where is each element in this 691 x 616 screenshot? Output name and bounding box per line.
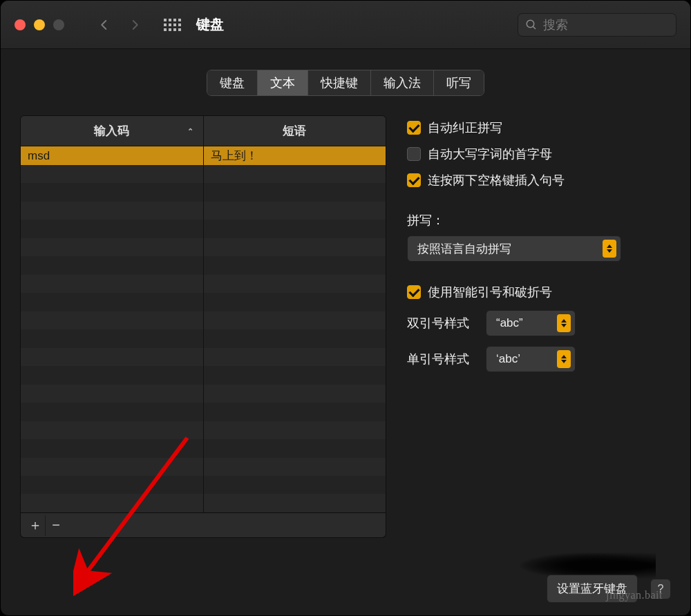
content-area: 输入码 ⌃ 短语 msd马上到！ ＋ − xyxy=(20,115,671,538)
table-footer: ＋ − xyxy=(20,513,386,538)
column-header-phrase[interactable]: 短语 xyxy=(203,116,386,146)
titlebar: 键盘 搜索 xyxy=(1,1,690,49)
text-replacement-panel: 输入码 ⌃ 短语 msd马上到！ ＋ − xyxy=(20,115,386,538)
replacement-table: 输入码 ⌃ 短语 msd马上到！ xyxy=(20,115,386,513)
table-row-empty[interactable] xyxy=(21,256,386,274)
double-quote-label: 双引号样式 xyxy=(407,315,476,331)
table-row-empty[interactable] xyxy=(21,476,386,494)
tab-bar: 键盘文本快捷键输入法听写 xyxy=(20,70,671,96)
table-row-empty[interactable] xyxy=(21,329,386,347)
checkbox-icon xyxy=(407,173,421,187)
double-quote-row: 双引号样式 “abc” xyxy=(407,310,671,336)
table-row-empty[interactable] xyxy=(21,238,386,256)
tab-keyboard[interactable]: 键盘 xyxy=(207,70,258,95)
search-field[interactable]: 搜索 xyxy=(518,13,676,37)
table-header: 输入码 ⌃ 短语 xyxy=(21,116,386,146)
watermark-text: jingyan.bait xyxy=(606,589,663,601)
table-row[interactable]: msd马上到！ xyxy=(21,146,386,165)
select-arrows-icon xyxy=(603,240,616,258)
close-window-button[interactable] xyxy=(15,19,26,30)
search-icon xyxy=(525,19,538,31)
add-replacement-button[interactable]: ＋ xyxy=(25,515,46,536)
table-row-empty[interactable] xyxy=(21,275,386,293)
table-row-empty[interactable] xyxy=(21,311,386,329)
table-row-empty[interactable] xyxy=(21,220,386,238)
table-row-empty[interactable] xyxy=(21,348,386,366)
table-row-empty[interactable] xyxy=(21,202,386,220)
table-row-empty[interactable] xyxy=(21,366,386,384)
spelling-select[interactable]: 按照语言自动拼写 xyxy=(407,235,621,262)
svg-line-1 xyxy=(533,26,536,29)
double-space-period-checkbox[interactable]: 连按两下空格键插入句号 xyxy=(407,172,671,189)
tab-input[interactable]: 输入法 xyxy=(371,70,434,95)
table-row-empty[interactable] xyxy=(21,385,386,403)
smart-quotes-checkbox[interactable]: 使用智能引号和破折号 xyxy=(407,284,671,300)
tab-shortcuts[interactable]: 快捷键 xyxy=(308,70,371,95)
double-quote-select[interactable]: “abc” xyxy=(486,310,576,336)
single-quote-select[interactable]: ‘abc’ xyxy=(486,346,576,372)
nav-buttons xyxy=(96,17,143,33)
minimize-window-button[interactable] xyxy=(34,19,45,30)
cell-code: msd xyxy=(21,146,203,165)
window-title: 键盘 xyxy=(196,15,224,34)
auto-capitalize-checkbox[interactable]: 自动大写字词的首字母 xyxy=(407,146,671,162)
forward-button[interactable] xyxy=(126,17,143,33)
preferences-window: 键盘 搜索 键盘文本快捷键输入法听写 输入码 ⌃ 短 xyxy=(0,0,691,616)
zoom-window-button[interactable] xyxy=(53,19,64,30)
tab-text[interactable]: 文本 xyxy=(258,70,308,95)
single-quote-row: 单引号样式 ‘abc’ xyxy=(407,346,671,372)
traffic-lights xyxy=(15,19,64,30)
spelling-label: 拼写： xyxy=(407,212,671,229)
checkbox-icon xyxy=(407,285,421,299)
svg-point-0 xyxy=(527,20,534,28)
table-row-empty[interactable] xyxy=(21,439,386,457)
table-body[interactable]: msd马上到！ xyxy=(21,146,386,512)
table-row-empty[interactable] xyxy=(21,183,386,201)
window-body: 键盘文本快捷键输入法听写 输入码 ⌃ 短语 msd马上到！ xyxy=(1,49,690,615)
tab-dictation[interactable]: 听写 xyxy=(434,70,484,95)
table-row-empty[interactable] xyxy=(21,403,386,421)
select-arrows-icon xyxy=(557,314,571,332)
search-placeholder: 搜索 xyxy=(543,17,568,33)
table-row-empty[interactable] xyxy=(21,293,386,311)
single-quote-label: 单引号样式 xyxy=(407,351,476,367)
sort-caret-icon: ⌃ xyxy=(187,126,193,135)
column-header-code[interactable]: 输入码 ⌃ xyxy=(21,116,203,146)
cell-phrase: 马上到！ xyxy=(203,146,386,165)
auto-correct-checkbox[interactable]: 自动纠正拼写 xyxy=(407,119,671,136)
remove-replacement-button[interactable]: − xyxy=(46,515,66,536)
table-row-empty[interactable] xyxy=(21,421,386,439)
checkbox-icon xyxy=(407,147,421,161)
table-row-empty[interactable] xyxy=(21,494,386,512)
table-row-empty[interactable] xyxy=(21,458,386,476)
back-button[interactable] xyxy=(96,17,113,33)
select-arrows-icon xyxy=(557,350,571,368)
checkbox-icon xyxy=(407,121,421,135)
show-all-icon[interactable] xyxy=(164,19,181,31)
table-row-empty[interactable] xyxy=(21,165,386,183)
options-panel: 自动纠正拼写 自动大写字词的首字母 连按两下空格键插入句号 拼写： 按照语言自动… xyxy=(407,115,671,538)
